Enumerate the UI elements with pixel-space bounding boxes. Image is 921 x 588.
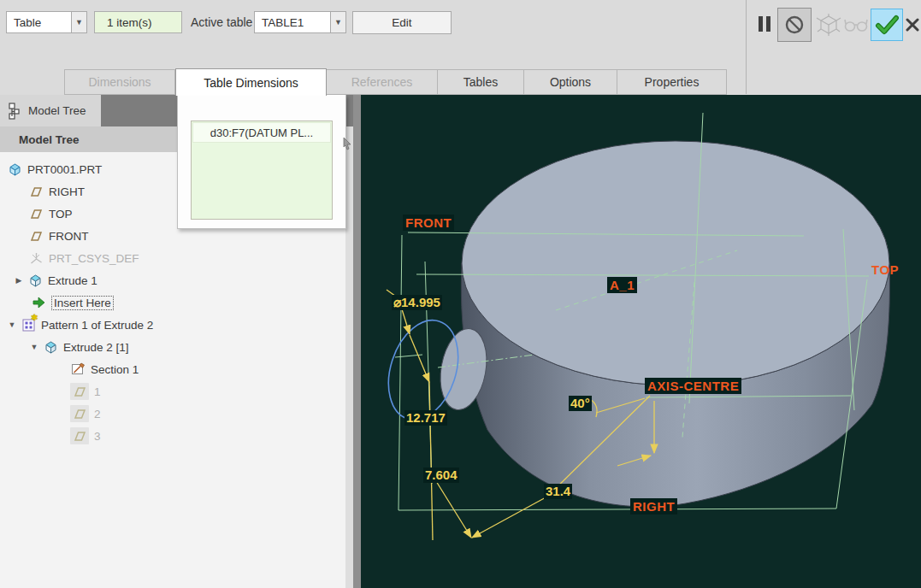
dimension-diameter[interactable]: ⌀14.995 (392, 295, 442, 310)
panel-sash[interactable] (345, 126, 353, 588)
axis-centre-label[interactable]: AXIS-CENTRE (645, 378, 741, 394)
dimension-length[interactable]: 31.4 (544, 484, 572, 499)
datum-plane-icon (28, 228, 44, 244)
part-icon (7, 162, 22, 177)
cylinder-top-face[interactable] (462, 141, 889, 385)
expand-expanded-icon[interactable]: ▼ (7, 320, 17, 329)
3d-viewport[interactable]: FRONT A_1 TOP AXIS-CENTRE RIGHT ⌀14.995 … (361, 95, 921, 588)
datum-plane-icon (28, 206, 44, 221)
wireframe-preview-icon (816, 13, 841, 37)
table-menu-label: Table (14, 16, 41, 29)
application-window: Table ▼ 1 item(s) Active table TABLE1 ▼ … (0, 0, 921, 588)
items-count-field: 1 item(s) (94, 11, 182, 33)
tree-item-extrude1[interactable]: ▶ Extrude 1 (14, 269, 97, 291)
glasses-preview-icon (844, 16, 868, 33)
extrude-icon (27, 273, 43, 288)
section-icon (70, 362, 86, 377)
items-count-value: 1 item(s) (107, 16, 152, 29)
tree-item-pattern1[interactable]: ▼ ✱ Pattern 1 of Extrude 2 (7, 314, 153, 336)
dimension-offset[interactable]: 7.604 (423, 467, 459, 483)
cursor-icon (342, 137, 352, 150)
tree-item-front-plane[interactable]: FRONT (28, 225, 89, 247)
new-feature-star-icon: ✱ (31, 313, 38, 322)
tab-tables[interactable]: Tables (438, 69, 524, 95)
active-table-select[interactable]: TABLE1 (254, 11, 331, 33)
tab-dimensions[interactable]: Dimensions (64, 69, 175, 95)
ok-check-icon (875, 15, 899, 35)
axis-a1-label[interactable]: A_1 (607, 277, 637, 293)
model-tree-tab-label: Model Tree (28, 104, 86, 117)
pause-icon (757, 15, 772, 33)
datum-plane-icon (70, 405, 89, 422)
pattern-table-toolbar: Table ▼ 1 item(s) Active table TABLE1 ▼ … (0, 0, 921, 95)
dimension-angle[interactable]: 40° (569, 396, 592, 411)
datum-plane-icon (70, 427, 89, 444)
right-plane-label[interactable]: RIGHT (630, 498, 677, 514)
tree-item-insert-here[interactable]: Insert Here (31, 291, 114, 314)
table-dimensions-dropdown-panel: d30:F7(DATUM PL... (177, 95, 346, 229)
ok-button[interactable] (871, 9, 903, 41)
tree-item-instance-3[interactable]: 3 (70, 425, 101, 447)
tree-item-right-plane[interactable]: RIGHT (28, 180, 85, 203)
datum-plane-icon (28, 184, 44, 199)
cylinder-body[interactable] (434, 141, 889, 507)
pause-button[interactable] (754, 12, 775, 36)
tree-item-instance-2[interactable]: 2 (70, 403, 101, 425)
preview-off-icon (784, 15, 805, 35)
dimension-list-item[interactable]: d30:F7(DATUM PL... (192, 122, 331, 143)
front-plane-label[interactable]: FRONT (403, 215, 454, 231)
dimension-listbox[interactable]: d30:F7(DATUM PL... (191, 121, 333, 220)
active-table-label: Active table (191, 11, 252, 33)
expand-collapsed-icon[interactable]: ▶ (14, 276, 24, 285)
csys-icon (28, 250, 44, 266)
tree-item-instance-1[interactable]: 1 (70, 380, 101, 403)
insert-arrow-icon (31, 295, 46, 310)
glasses-preview-button[interactable] (843, 14, 869, 36)
edit-button[interactable]: Edit (352, 11, 452, 34)
tab-references[interactable]: References (327, 69, 438, 95)
toolbar-separator (746, 0, 747, 94)
active-table-value: TABLE1 (262, 16, 304, 29)
model-tree-tab[interactable]: Model Tree (0, 95, 101, 126)
tree-item-csys[interactable]: PRT_CSYS_DEF (28, 247, 139, 269)
tab-table-dimensions[interactable]: Table Dimensions (175, 68, 327, 96)
tree-item-top-plane[interactable]: TOP (28, 203, 73, 225)
wireframe-preview-button[interactable] (814, 11, 843, 38)
expand-expanded-icon[interactable]: ▼ (29, 343, 39, 351)
tab-properties[interactable]: Properties (617, 69, 727, 95)
model-tree-icon (8, 103, 21, 120)
table-menu-dropdown[interactable]: Table (6, 11, 72, 33)
preview-off-button[interactable] (777, 8, 812, 42)
table-menu-arrow-icon[interactable]: ▼ (72, 11, 87, 33)
tree-item-section1[interactable]: Section 1 (70, 358, 139, 380)
tab-options[interactable]: Options (524, 69, 617, 95)
cancel-icon (906, 18, 919, 32)
top-plane-label[interactable]: TOP (869, 262, 901, 278)
panel-sash-edge[interactable] (353, 95, 361, 588)
pattern-icon: ✱ (21, 317, 36, 332)
cancel-button[interactable] (903, 15, 921, 35)
active-table-arrow-icon[interactable]: ▼ (331, 11, 346, 33)
extrude-icon (43, 339, 58, 355)
datum-plane-icon (70, 383, 89, 400)
dimension-depth[interactable]: 12.717 (404, 410, 447, 426)
tree-item-part[interactable]: PRT0001.PRT (7, 158, 102, 180)
tree-item-extrude2[interactable]: ▼ Extrude 2 [1] (29, 336, 129, 358)
